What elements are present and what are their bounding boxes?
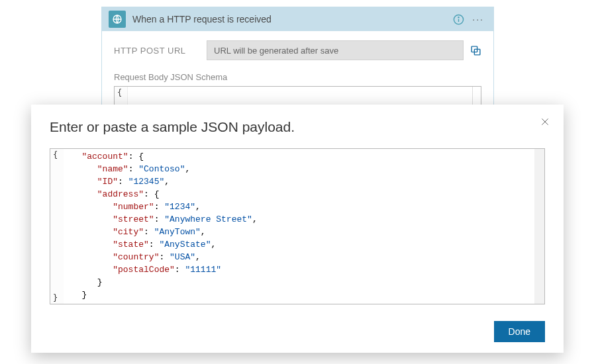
- info-icon[interactable]: [453, 14, 464, 25]
- json-line: "address": {: [66, 188, 544, 201]
- editor-gutter: { }: [50, 149, 64, 304]
- close-icon[interactable]: [540, 116, 550, 127]
- json-line: "ID": "12345",: [66, 175, 544, 188]
- editor-scrollbar[interactable]: [534, 149, 544, 304]
- json-line: "name": "Contoso",: [66, 163, 544, 175]
- json-line: "account": {: [66, 150, 544, 163]
- json-line: "number": "1234",: [66, 201, 544, 213]
- more-menu-icon[interactable]: ···: [470, 14, 487, 24]
- json-line: }: [66, 276, 544, 289]
- svg-point-3: [458, 17, 459, 17]
- json-content[interactable]: "account": { "name": "Contoso", "ID": "1…: [50, 149, 544, 302]
- http-connector-icon: [109, 11, 126, 28]
- url-field-label: HTTP POST URL: [114, 46, 207, 56]
- json-sample-editor[interactable]: { } "account": { "name": "Contoso", "ID"…: [50, 148, 545, 304]
- copy-url-icon[interactable]: [470, 45, 481, 56]
- json-line: "street": "Anywhere Street",: [66, 213, 544, 226]
- json-line: "city": "AnyTown",: [66, 226, 544, 238]
- json-line: "state": "AnyState",: [66, 238, 544, 251]
- json-line: "postalCode": "11111": [66, 263, 544, 276]
- schema-label: Request Body JSON Schema: [114, 72, 481, 82]
- http-post-url-box: URL will be generated after save: [207, 40, 464, 60]
- trigger-title: When a HTTP request is received: [132, 14, 453, 24]
- dialog-title: Enter or paste a sample JSON payload.: [50, 119, 545, 135]
- done-button[interactable]: Done: [494, 321, 545, 342]
- json-line: "country": "USA",: [66, 251, 544, 263]
- sample-payload-dialog: Enter or paste a sample JSON payload. { …: [31, 105, 564, 353]
- json-line: }: [66, 289, 544, 301]
- card-header: When a HTTP request is received ···: [102, 7, 493, 31]
